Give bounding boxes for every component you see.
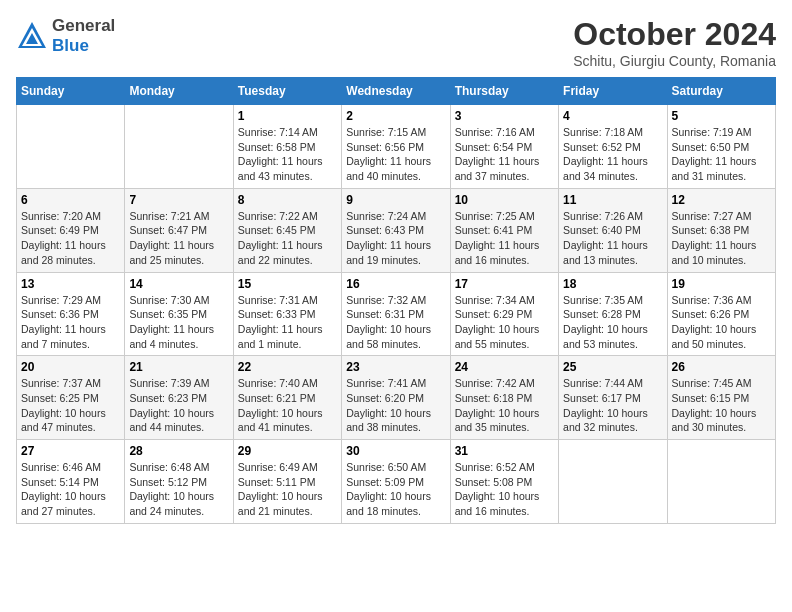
day-info: Sunrise: 7:31 AMSunset: 6:33 PMDaylight:… [238,293,337,352]
day-info: Sunrise: 7:42 AMSunset: 6:18 PMDaylight:… [455,376,554,435]
day-info: Sunrise: 6:48 AMSunset: 5:12 PMDaylight:… [129,460,228,519]
day-number: 20 [21,360,120,374]
day-number: 30 [346,444,445,458]
day-info: Sunrise: 7:20 AMSunset: 6:49 PMDaylight:… [21,209,120,268]
table-row: 3 Sunrise: 7:16 AMSunset: 6:54 PMDayligh… [450,105,558,189]
day-number: 1 [238,109,337,123]
table-row: 17 Sunrise: 7:34 AMSunset: 6:29 PMDaylig… [450,272,558,356]
day-number: 16 [346,277,445,291]
day-number: 23 [346,360,445,374]
day-info: Sunrise: 7:37 AMSunset: 6:25 PMDaylight:… [21,376,120,435]
day-number: 24 [455,360,554,374]
table-row: 5 Sunrise: 7:19 AMSunset: 6:50 PMDayligh… [667,105,775,189]
table-row: 12 Sunrise: 7:27 AMSunset: 6:38 PMDaylig… [667,188,775,272]
day-info: Sunrise: 7:24 AMSunset: 6:43 PMDaylight:… [346,209,445,268]
calendar-week-row: 1 Sunrise: 7:14 AMSunset: 6:58 PMDayligh… [17,105,776,189]
day-number: 12 [672,193,771,207]
logo-icon [16,20,48,52]
day-number: 25 [563,360,662,374]
day-number: 4 [563,109,662,123]
day-info: Sunrise: 7:27 AMSunset: 6:38 PMDaylight:… [672,209,771,268]
col-wednesday: Wednesday [342,78,450,105]
logo: General Blue [16,16,115,56]
table-row: 29 Sunrise: 6:49 AMSunset: 5:11 PMDaylig… [233,440,341,524]
table-row: 16 Sunrise: 7:32 AMSunset: 6:31 PMDaylig… [342,272,450,356]
day-info: Sunrise: 7:39 AMSunset: 6:23 PMDaylight:… [129,376,228,435]
title-block: October 2024 Schitu, Giurgiu County, Rom… [573,16,776,69]
logo-blue: Blue [52,36,115,56]
table-row [559,440,667,524]
calendar-week-row: 6 Sunrise: 7:20 AMSunset: 6:49 PMDayligh… [17,188,776,272]
day-info: Sunrise: 7:16 AMSunset: 6:54 PMDaylight:… [455,125,554,184]
day-number: 14 [129,277,228,291]
day-number: 29 [238,444,337,458]
day-number: 8 [238,193,337,207]
table-row: 26 Sunrise: 7:45 AMSunset: 6:15 PMDaylig… [667,356,775,440]
day-number: 17 [455,277,554,291]
table-row [17,105,125,189]
day-number: 6 [21,193,120,207]
table-row: 14 Sunrise: 7:30 AMSunset: 6:35 PMDaylig… [125,272,233,356]
table-row [667,440,775,524]
calendar-week-row: 27 Sunrise: 6:46 AMSunset: 5:14 PMDaylig… [17,440,776,524]
day-info: Sunrise: 7:29 AMSunset: 6:36 PMDaylight:… [21,293,120,352]
table-row: 1 Sunrise: 7:14 AMSunset: 6:58 PMDayligh… [233,105,341,189]
day-info: Sunrise: 7:25 AMSunset: 6:41 PMDaylight:… [455,209,554,268]
table-row: 21 Sunrise: 7:39 AMSunset: 6:23 PMDaylig… [125,356,233,440]
day-number: 27 [21,444,120,458]
day-number: 22 [238,360,337,374]
day-info: Sunrise: 7:32 AMSunset: 6:31 PMDaylight:… [346,293,445,352]
logo-text: General Blue [52,16,115,56]
table-row: 2 Sunrise: 7:15 AMSunset: 6:56 PMDayligh… [342,105,450,189]
day-number: 2 [346,109,445,123]
day-number: 11 [563,193,662,207]
day-info: Sunrise: 7:26 AMSunset: 6:40 PMDaylight:… [563,209,662,268]
table-row: 8 Sunrise: 7:22 AMSunset: 6:45 PMDayligh… [233,188,341,272]
col-saturday: Saturday [667,78,775,105]
day-number: 26 [672,360,771,374]
table-row: 13 Sunrise: 7:29 AMSunset: 6:36 PMDaylig… [17,272,125,356]
day-info: Sunrise: 7:40 AMSunset: 6:21 PMDaylight:… [238,376,337,435]
table-row: 15 Sunrise: 7:31 AMSunset: 6:33 PMDaylig… [233,272,341,356]
table-row: 30 Sunrise: 6:50 AMSunset: 5:09 PMDaylig… [342,440,450,524]
day-info: Sunrise: 7:22 AMSunset: 6:45 PMDaylight:… [238,209,337,268]
day-info: Sunrise: 7:35 AMSunset: 6:28 PMDaylight:… [563,293,662,352]
col-tuesday: Tuesday [233,78,341,105]
day-number: 15 [238,277,337,291]
table-row: 23 Sunrise: 7:41 AMSunset: 6:20 PMDaylig… [342,356,450,440]
day-number: 13 [21,277,120,291]
day-info: Sunrise: 6:50 AMSunset: 5:09 PMDaylight:… [346,460,445,519]
day-info: Sunrise: 6:49 AMSunset: 5:11 PMDaylight:… [238,460,337,519]
calendar-header-row: Sunday Monday Tuesday Wednesday Thursday… [17,78,776,105]
table-row: 7 Sunrise: 7:21 AMSunset: 6:47 PMDayligh… [125,188,233,272]
table-row: 19 Sunrise: 7:36 AMSunset: 6:26 PMDaylig… [667,272,775,356]
day-info: Sunrise: 7:41 AMSunset: 6:20 PMDaylight:… [346,376,445,435]
day-info: Sunrise: 7:36 AMSunset: 6:26 PMDaylight:… [672,293,771,352]
day-info: Sunrise: 6:46 AMSunset: 5:14 PMDaylight:… [21,460,120,519]
day-number: 9 [346,193,445,207]
day-info: Sunrise: 7:45 AMSunset: 6:15 PMDaylight:… [672,376,771,435]
table-row: 20 Sunrise: 7:37 AMSunset: 6:25 PMDaylig… [17,356,125,440]
day-number: 18 [563,277,662,291]
table-row: 22 Sunrise: 7:40 AMSunset: 6:21 PMDaylig… [233,356,341,440]
day-info: Sunrise: 7:44 AMSunset: 6:17 PMDaylight:… [563,376,662,435]
table-row: 18 Sunrise: 7:35 AMSunset: 6:28 PMDaylig… [559,272,667,356]
table-row: 31 Sunrise: 6:52 AMSunset: 5:08 PMDaylig… [450,440,558,524]
logo-general: General [52,16,115,36]
day-info: Sunrise: 7:21 AMSunset: 6:47 PMDaylight:… [129,209,228,268]
table-row: 6 Sunrise: 7:20 AMSunset: 6:49 PMDayligh… [17,188,125,272]
day-number: 3 [455,109,554,123]
col-friday: Friday [559,78,667,105]
table-row: 10 Sunrise: 7:25 AMSunset: 6:41 PMDaylig… [450,188,558,272]
table-row: 27 Sunrise: 6:46 AMSunset: 5:14 PMDaylig… [17,440,125,524]
day-info: Sunrise: 7:14 AMSunset: 6:58 PMDaylight:… [238,125,337,184]
day-number: 7 [129,193,228,207]
col-monday: Monday [125,78,233,105]
table-row: 4 Sunrise: 7:18 AMSunset: 6:52 PMDayligh… [559,105,667,189]
col-thursday: Thursday [450,78,558,105]
day-number: 31 [455,444,554,458]
day-number: 5 [672,109,771,123]
table-row: 25 Sunrise: 7:44 AMSunset: 6:17 PMDaylig… [559,356,667,440]
day-info: Sunrise: 7:18 AMSunset: 6:52 PMDaylight:… [563,125,662,184]
day-info: Sunrise: 7:30 AMSunset: 6:35 PMDaylight:… [129,293,228,352]
